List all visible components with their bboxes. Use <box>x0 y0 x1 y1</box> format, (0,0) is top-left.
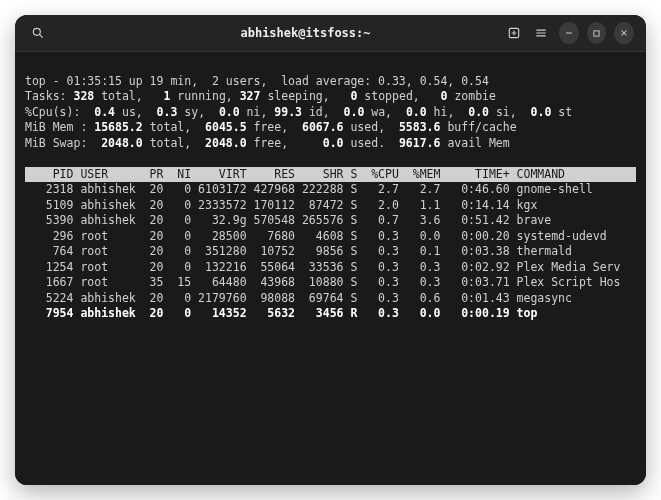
hamburger-icon[interactable] <box>532 22 552 44</box>
top-summary-line: top - 01:35:15 up 19 min, 2 users, load … <box>25 74 489 88</box>
process-row: 5224 abhishek 20 0 2179760 98088 69764 S… <box>25 291 636 307</box>
terminal-output[interactable]: top - 01:35:15 up 19 min, 2 users, load … <box>15 52 646 485</box>
process-row: 764 root 20 0 351280 10752 9856 S 0.3 0.… <box>25 244 636 260</box>
column-headers: PID USER PR NI VIRT RES SHR S %CPU %MEM … <box>25 167 636 183</box>
svg-rect-9 <box>594 30 599 35</box>
cpu-line: %Cpu(s): 0.4 us, 0.3 sy, 0.0 ni, 99.3 id… <box>25 105 572 119</box>
close-button[interactable] <box>614 22 634 44</box>
new-tab-icon[interactable] <box>504 22 524 44</box>
svg-line-1 <box>39 34 42 37</box>
process-row: 1667 root 35 15 64480 43968 10880 S 0.3 … <box>25 275 636 291</box>
process-row: 1254 root 20 0 132216 55064 33536 S 0.3 … <box>25 260 636 276</box>
swap-line: MiB Swap: 2048.0 total, 2048.0 free, 0.0… <box>25 136 510 150</box>
window-title: abhishek@itsfoss:~ <box>107 26 504 40</box>
process-list: 2318 abhishek 20 0 6103172 427968 222288… <box>25 182 636 322</box>
minimize-button[interactable] <box>559 22 579 44</box>
process-row: 5109 abhishek 20 0 2333572 170112 87472 … <box>25 198 636 214</box>
titlebar: abhishek@itsfoss:~ <box>15 15 646 52</box>
process-row: 296 root 20 0 28500 7680 4608 S 0.3 0.0 … <box>25 229 636 245</box>
process-row: 2318 abhishek 20 0 6103172 427968 222288… <box>25 182 636 198</box>
search-icon[interactable] <box>27 22 49 44</box>
process-row: 5390 abhishek 20 0 32.9g 570548 265576 S… <box>25 213 636 229</box>
tasks-line: Tasks: 328 total, 1 running, 327 sleepin… <box>25 89 496 103</box>
terminal-window: abhishek@itsfoss:~ top - 01:35:15 up 19 … <box>15 15 646 485</box>
mem-line: MiB Mem : 15685.2 total, 6045.5 free, 60… <box>25 120 517 134</box>
maximize-button[interactable] <box>587 22 607 44</box>
process-row: 7954 abhishek 20 0 14352 5632 3456 R 0.3… <box>25 306 636 322</box>
svg-point-0 <box>33 28 40 35</box>
